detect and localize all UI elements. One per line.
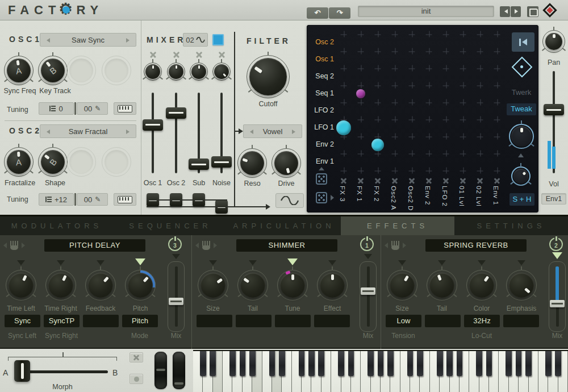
piano-key-black[interactable]	[417, 350, 423, 376]
piano-key-black[interactable]	[387, 350, 394, 376]
matrix-col-label[interactable]: Osc2 D	[407, 186, 414, 212]
fx-knob[interactable]	[237, 270, 268, 301]
fx-option-button[interactable]	[275, 315, 311, 327]
fader-handle[interactable]	[189, 159, 209, 170]
tab-effects[interactable]: EFFECTS	[341, 216, 454, 235]
mixer-mod-knob[interactable]	[144, 62, 162, 81]
mixer-osc-page-button[interactable]: 02	[183, 33, 208, 47]
matrix-smooth-knob[interactable]	[511, 166, 531, 186]
matrix-clear-icon[interactable]	[408, 177, 415, 184]
matrix-col-label[interactable]: 01 Lvl	[458, 186, 465, 212]
matrix-col-label[interactable]: LFO 2	[441, 186, 448, 212]
fx-mix-fader[interactable]	[549, 261, 566, 332]
pitch-wheel[interactable]	[154, 352, 167, 389]
fx-power-button[interactable]: 1	[360, 237, 374, 251]
fx-title[interactable]: SPRING REVERB	[425, 239, 527, 252]
arrow-left-icon[interactable]	[385, 243, 388, 248]
arrow-left-icon[interactable]	[3, 243, 7, 248]
tab-settings[interactable]: SETTINGS	[454, 216, 568, 235]
matrix-col-label[interactable]: FX 3	[339, 186, 346, 212]
matrix-mod-dot[interactable]	[356, 89, 365, 98]
piano-key-black[interactable]	[318, 350, 324, 376]
mixer-fader[interactable]	[143, 93, 163, 173]
piano-key-black[interactable]	[200, 350, 206, 376]
matrix-row-label[interactable]: LFO 2	[310, 106, 334, 114]
fx-option-button[interactable]	[503, 315, 539, 327]
sample-hold-button[interactable]: S + H	[509, 193, 534, 206]
fx-option-button[interactable]	[314, 315, 350, 327]
osc2-semitone-field[interactable]: +12	[39, 193, 74, 206]
arrow-right-icon[interactable]	[403, 243, 406, 248]
fx-knob[interactable]	[387, 270, 417, 301]
arrow-left-icon[interactable]	[195, 243, 199, 248]
piano-key-black[interactable]	[516, 350, 522, 376]
mixer-mod-button[interactable]	[212, 34, 224, 45]
filter-drive-knob[interactable]	[272, 148, 301, 178]
fx-option-button[interactable]	[425, 315, 461, 327]
fx-knob[interactable]	[277, 270, 308, 301]
piano-key-black[interactable]	[545, 350, 552, 376]
fx-title[interactable]: SHIMMER	[236, 239, 337, 252]
mod-wheel[interactable]	[173, 352, 185, 389]
fx-option-button[interactable]: Sync	[5, 315, 40, 327]
fx-option-button[interactable]	[197, 315, 232, 327]
piano-key-black[interactable]	[210, 350, 216, 376]
piano-key-black[interactable]	[367, 350, 374, 376]
fx-power-button[interactable]: 2	[549, 237, 563, 251]
twerk-mode-label[interactable]: Twerk	[506, 88, 537, 97]
undo-button[interactable]: ↶	[307, 7, 328, 19]
fx-knob[interactable]	[45, 270, 76, 301]
fx-knob[interactable]	[85, 270, 116, 301]
matrix-row-label[interactable]: Osc 1	[310, 55, 334, 63]
fx-mix-fader[interactable]	[360, 261, 377, 332]
preset-prev-button[interactable]	[500, 6, 510, 17]
piano-key-black[interactable]	[457, 350, 463, 376]
osc2-cents-field[interactable]: 00✎	[77, 193, 108, 206]
matrix-clear-icon[interactable]	[425, 177, 432, 184]
matrix-clear-icon[interactable]	[357, 177, 364, 184]
filter-mode-select[interactable]: Vowel	[243, 124, 302, 138]
osc1-knob-b[interactable]: B	[38, 56, 68, 85]
piano-key-black[interactable]	[338, 350, 344, 376]
piano-key-black[interactable]	[249, 350, 256, 376]
mixer-fader[interactable]	[166, 93, 186, 173]
piano-key-black[interactable]	[407, 350, 414, 376]
tab-sequencer[interactable]: SEQUENCER	[114, 216, 227, 235]
morph-clear-button[interactable]	[130, 352, 143, 362]
fader-handle[interactable]	[169, 298, 183, 305]
fx-knob[interactable]	[427, 270, 457, 301]
tweak-mode-button[interactable]: Tweak	[507, 103, 536, 115]
skip-back-button[interactable]	[512, 32, 534, 52]
fx-option-button[interactable]: 32Hz	[464, 315, 500, 327]
dice-randomize-icon[interactable]	[316, 192, 327, 203]
piano-key-black[interactable]	[240, 350, 246, 376]
twerk-diamond-icon[interactable]	[512, 57, 531, 76]
redo-button[interactable]: ↷	[329, 7, 350, 19]
matrix-row-label[interactable]: Seq 2	[310, 72, 334, 80]
preset-next-button[interactable]	[511, 6, 521, 17]
piano-key-black[interactable]	[269, 350, 275, 376]
osc2-wave-select[interactable]: Saw Fractal	[40, 124, 136, 138]
osc1-wave-select[interactable]: Saw Sync	[40, 33, 136, 47]
matrix-clear-icon[interactable]	[460, 177, 466, 184]
preset-name-field[interactable]: init	[358, 6, 494, 17]
dice-randomize-icon[interactable]	[316, 173, 327, 185]
piano-key-black[interactable]	[446, 350, 453, 376]
matrix-col-label[interactable]: Osc2 A	[390, 186, 397, 212]
fx-knob[interactable]	[6, 270, 36, 301]
fx-knob[interactable]	[198, 270, 228, 301]
matrix-clear-icon[interactable]	[442, 177, 449, 184]
piano-key-black[interactable]	[348, 350, 354, 376]
matrix-col-label[interactable]: Env 2	[424, 186, 431, 212]
fader-handle[interactable]	[143, 119, 163, 131]
fx-option-button[interactable]: Pitch	[122, 315, 158, 327]
piano-key-black[interactable]	[378, 350, 384, 376]
matrix-clear-icon[interactable]	[494, 177, 500, 184]
matrix-row-label[interactable]: Env 1	[310, 157, 334, 165]
fader-handle[interactable]	[361, 287, 375, 295]
fx-drag-nav[interactable]	[385, 240, 413, 251]
mixer-fader[interactable]	[189, 93, 209, 173]
fx-knob[interactable]	[125, 270, 156, 301]
piano-key-black[interactable]	[555, 350, 561, 376]
matrix-row-label[interactable]: LFO 1	[310, 123, 334, 131]
